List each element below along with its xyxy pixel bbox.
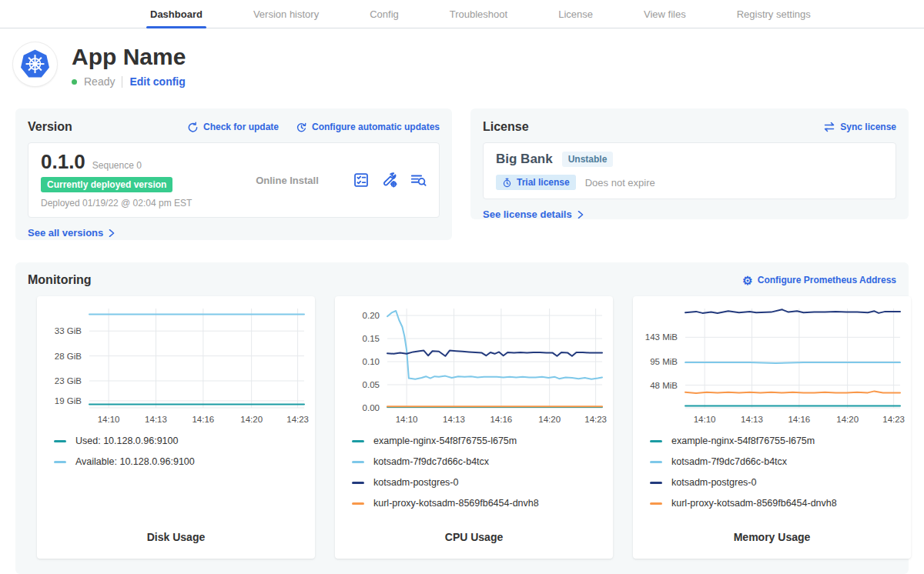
svg-text:0.05: 0.05 — [363, 380, 380, 389]
tab-config[interactable]: Config — [366, 0, 403, 28]
legend-color-dash — [352, 502, 364, 505]
svg-text:14:13: 14:13 — [145, 415, 167, 424]
schedule-update-icon — [296, 122, 307, 133]
license-expiry: Does not expire — [585, 177, 655, 189]
chart-card-cpu-usage: 0.200.150.100.050.0014:1014:1314:1614:20… — [335, 296, 613, 559]
legend-label: kurl-proxy-kotsadm-8569fb6454-dnvh8 — [671, 498, 837, 509]
svg-text:33 GiB: 33 GiB — [55, 326, 82, 335]
legend-item: kurl-proxy-kotsadm-8569fb6454-dnvh8 — [650, 498, 911, 509]
legend-label: example-nginx-54f8f76755-l675m — [373, 436, 517, 446]
cpu-usage-title: CPU Usage — [335, 531, 613, 559]
gear-icon: ⚙ — [742, 275, 752, 286]
legend-label: kotsadm-postgres-0 — [671, 477, 756, 488]
divider — [122, 76, 122, 88]
license-details-row: Big Bank Unstable Trial license Does not… — [483, 142, 896, 199]
legend-item: kotsadm-postgres-0 — [650, 477, 911, 488]
tab-view-files[interactable]: View files — [640, 0, 690, 28]
memory-usage-chart-canvas: 143 MiB95 MiB48 MiB14:1014:1314:1614:201… — [633, 301, 911, 428]
legend-item: kotsadm-postgres-0 — [352, 477, 613, 488]
legend-color-dash — [352, 440, 364, 442]
svg-text:14:10: 14:10 — [396, 415, 418, 424]
version-card: Version Check for update Configure autom… — [15, 108, 452, 240]
legend-item: Available: 10.128.0.96:9100 — [54, 456, 315, 467]
legend-item: example-nginx-54f8f76755-l675m — [650, 436, 911, 446]
legend-label: example-nginx-54f8f76755-l675m — [671, 436, 815, 446]
cpu-usage-chart-canvas: 0.200.150.100.050.0014:1014:1314:1614:20… — [335, 301, 613, 428]
svg-text:95 MiB: 95 MiB — [650, 357, 678, 366]
cpu-usage-legend: example-nginx-54f8f76755-l675mkotsadm-7f… — [352, 436, 613, 509]
view-deploy-logs-icon[interactable] — [410, 172, 427, 189]
svg-text:14:10: 14:10 — [694, 415, 716, 424]
svg-text:143 MiB: 143 MiB — [645, 332, 678, 342]
legend-item: kotsadm-7f9dc7d66c-b4tcx — [352, 456, 613, 467]
tab-version-history[interactable]: Version history — [249, 0, 323, 28]
see-all-versions-link[interactable]: See all versions — [28, 227, 116, 239]
top-nav: Dashboard Version history Config Trouble… — [0, 0, 924, 28]
sync-icon — [823, 122, 835, 132]
svg-text:23 GiB: 23 GiB — [55, 376, 82, 385]
svg-text:14:16: 14:16 — [788, 415, 810, 424]
legend-label: Used: 10.128.0.96:9100 — [75, 436, 178, 446]
legend-color-dash — [352, 482, 364, 484]
charts-row: 33 GiB28 GiB23 GiB19 GiB14:1014:1314:161… — [25, 296, 899, 559]
svg-text:19 GiB: 19 GiB — [55, 396, 82, 405]
svg-text:0.20: 0.20 — [363, 311, 380, 320]
svg-text:0.10: 0.10 — [363, 357, 380, 366]
tab-license[interactable]: License — [554, 0, 597, 28]
legend-color-dash — [650, 461, 662, 463]
version-card-title: Version — [28, 120, 72, 134]
currently-deployed-badge: Currently deployed version — [41, 177, 172, 192]
svg-text:14:16: 14:16 — [490, 415, 512, 424]
memory-usage-legend: example-nginx-54f8f76755-l675mkotsadm-7f… — [650, 436, 911, 509]
svg-text:14:20: 14:20 — [538, 415, 561, 424]
deployed-timestamp: Deployed 01/19/22 @ 02:04 pm EST — [41, 198, 222, 209]
current-version-row: 0.1.0 Sequence 0 Currently deployed vers… — [28, 142, 440, 218]
refresh-icon — [187, 122, 199, 133]
see-license-details-link[interactable]: See license details — [483, 209, 584, 220]
chevron-right-icon — [577, 210, 584, 219]
configure-automatic-updates-button[interactable]: Configure automatic updates — [296, 122, 440, 133]
svg-text:0.15: 0.15 — [363, 334, 380, 343]
legend-color-dash — [650, 482, 662, 484]
legend-item: kotsadm-7f9dc7d66c-b4tcx — [650, 456, 911, 467]
legend-label: kotsadm-7f9dc7d66c-b4tcx — [671, 456, 787, 467]
preflight-checks-icon[interactable] — [353, 172, 370, 189]
svg-text:48 MiB: 48 MiB — [650, 381, 678, 390]
channel-badge: Unstable — [562, 152, 614, 167]
legend-color-dash — [650, 440, 662, 442]
legend-color-dash — [650, 502, 662, 505]
license-card: License Sync license Big Bank Unstable T… — [470, 108, 909, 219]
legend-color-dash — [54, 440, 66, 442]
version-number: 0.1.0 — [41, 152, 85, 172]
config-values-icon[interactable] — [381, 172, 398, 189]
tab-troubleshoot[interactable]: Troubleshoot — [446, 0, 511, 28]
svg-text:14:20: 14:20 — [240, 415, 263, 424]
memory-usage-title: Memory Usage — [633, 531, 911, 559]
svg-text:14:23: 14:23 — [286, 415, 309, 424]
legend-label: Available: 10.128.0.96:9100 — [75, 456, 195, 467]
svg-text:14:16: 14:16 — [192, 415, 214, 424]
svg-text:14:23: 14:23 — [584, 415, 607, 424]
trial-license-badge: Trial license — [496, 175, 576, 190]
svg-text:0.00: 0.00 — [363, 403, 380, 412]
sync-license-button[interactable]: Sync license — [823, 122, 896, 132]
edit-config-link[interactable]: Edit config — [129, 75, 185, 88]
configure-prometheus-button[interactable]: ⚙ Configure Prometheus Address — [742, 275, 896, 286]
license-card-title: License — [483, 120, 529, 134]
legend-color-dash — [352, 461, 364, 463]
chart-card-disk-usage: 33 GiB28 GiB23 GiB19 GiB14:1014:1314:161… — [37, 296, 315, 559]
monitoring-title: Monitoring — [28, 273, 92, 287]
svg-text:28 GiB: 28 GiB — [55, 352, 82, 361]
legend-label: kotsadm-postgres-0 — [373, 477, 458, 488]
page-title: App Name — [72, 44, 186, 69]
status-dot — [72, 79, 77, 85]
tab-registry-settings[interactable]: Registry settings — [733, 0, 815, 28]
legend-label: kurl-proxy-kotsadm-8569fb6454-dnvh8 — [373, 498, 539, 509]
svg-text:14:23: 14:23 — [882, 415, 905, 424]
stopwatch-icon — [502, 178, 512, 188]
legend-item: kurl-proxy-kotsadm-8569fb6454-dnvh8 — [352, 498, 613, 509]
svg-text:14:13: 14:13 — [741, 415, 763, 424]
check-for-update-button[interactable]: Check for update — [187, 122, 279, 133]
tab-dashboard[interactable]: Dashboard — [146, 0, 206, 28]
install-type-label: Online Install — [222, 175, 353, 186]
